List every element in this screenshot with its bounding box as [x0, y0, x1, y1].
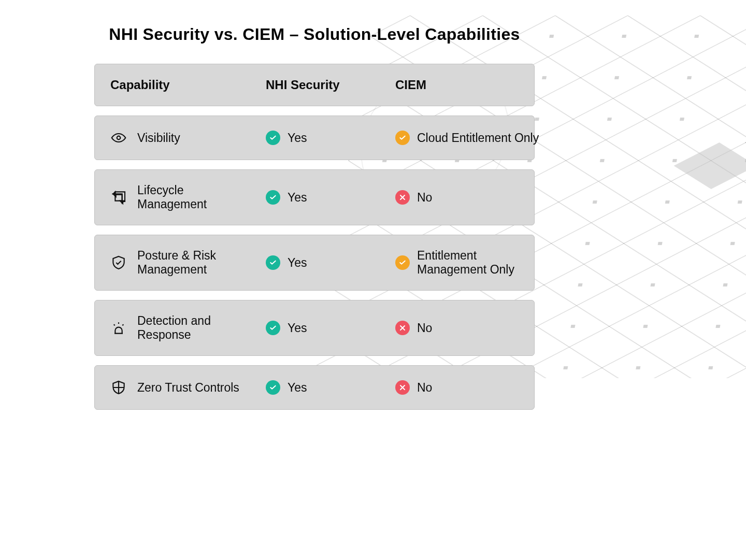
x-icon: [395, 190, 410, 205]
partial-icon: [395, 131, 410, 145]
nhi-cell: Yes: [266, 131, 395, 145]
ciem-value: No: [417, 191, 432, 205]
check-icon: [266, 131, 280, 145]
ciem-value: Entitlement Management Only: [417, 249, 546, 277]
capability-label: Detection and Response: [137, 314, 241, 342]
capability-label: Zero Trust Controls: [137, 381, 239, 395]
partial-icon: [395, 255, 410, 270]
x-icon: [395, 321, 410, 335]
page-title: NHI Security vs. CIEM – Solution-Level C…: [94, 25, 535, 44]
nhi-cell: Yes: [266, 255, 395, 270]
siren-icon: [110, 320, 127, 336]
ciem-cell: Entitlement Management Only: [395, 249, 546, 277]
table-row: Posture & Risk Management Yes Entitlemen…: [94, 235, 535, 291]
col-header-ciem: CIEM: [395, 78, 546, 92]
shield-grid-icon: [110, 379, 127, 396]
x-icon: [395, 380, 410, 395]
nhi-cell: Yes: [266, 380, 395, 395]
nhi-value: Yes: [288, 321, 307, 335]
nhi-value: Yes: [288, 131, 307, 145]
check-icon: [266, 255, 280, 270]
svg-point-3: [117, 136, 121, 140]
nhi-value: Yes: [288, 381, 307, 395]
nhi-value: Yes: [288, 256, 307, 270]
cycle-icon: [110, 189, 127, 206]
eye-icon: [110, 130, 127, 146]
capability-label: Lifecycle Management: [137, 183, 241, 211]
check-icon: [266, 321, 280, 335]
capability-label: Visibility: [137, 131, 180, 145]
ciem-value: Cloud Entitlement Only: [417, 131, 539, 145]
table-row: Visibility Yes Cloud Entitlement Only: [94, 116, 535, 160]
ciem-cell: Cloud Entitlement Only: [395, 131, 546, 145]
ciem-cell: No: [395, 380, 546, 395]
check-icon: [266, 380, 280, 395]
check-icon: [266, 190, 280, 205]
capability-label: Posture & Risk Management: [137, 249, 241, 277]
shield-check-icon: [110, 254, 127, 271]
col-header-nhi: NHI Security: [266, 78, 395, 92]
nhi-value: Yes: [288, 191, 307, 205]
ciem-cell: No: [395, 190, 546, 205]
ciem-value: No: [417, 381, 432, 395]
table-header-row: Capability NHI Security CIEM: [94, 64, 535, 106]
ciem-value: No: [417, 321, 432, 335]
table-row: Detection and Response Yes No: [94, 300, 535, 356]
col-header-capability: Capability: [110, 78, 170, 92]
nhi-cell: Yes: [266, 321, 395, 335]
ciem-cell: No: [395, 321, 546, 335]
nhi-cell: Yes: [266, 190, 395, 205]
table-row: Zero Trust Controls Yes No: [94, 365, 535, 410]
table-row: Lifecycle Management Yes No: [94, 169, 535, 225]
